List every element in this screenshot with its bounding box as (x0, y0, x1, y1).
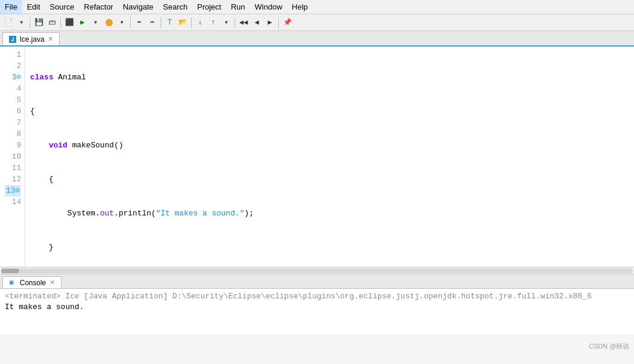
line-num-6: 6 (5, 106, 21, 117)
console-terminated-line: <terminated> Ice [Java Application] D:\S… (5, 291, 629, 302)
line-num-7: 7 (5, 117, 21, 128)
tab-bar: J Ice.java ✕ (0, 31, 634, 47)
code-line-2: { (30, 106, 634, 117)
menu-file[interactable]: File (0, 0, 22, 14)
back-button[interactable]: ◀ (251, 17, 263, 29)
menu-navigate[interactable]: Navigate (118, 0, 158, 14)
menu-help[interactable]: Help (287, 0, 313, 14)
line-numbers: 1 2 3⊖ 4 5 6 7 8 9 10 11 12 13⊖ 14 (0, 47, 25, 267)
java-file-icon: J (9, 36, 16, 43)
console-tab-label: Console (20, 279, 46, 287)
menu-refactor[interactable]: Refactor (79, 0, 118, 14)
save-all-button[interactable]: 🗃 (46, 17, 58, 29)
toolbar-separator-7 (278, 17, 279, 28)
new-button[interactable]: 📄 (2, 17, 14, 29)
code-line-4: { (30, 174, 634, 185)
menu-bar: File Edit Source Refactor Navigate Searc… (0, 0, 634, 14)
line-num-13: 13⊖ (5, 185, 21, 196)
prev-edit-button[interactable]: ⬅ (133, 17, 145, 29)
line-num-10: 10 (5, 151, 21, 162)
console-icon: ▣ (9, 279, 16, 286)
line-num-14: 14 (5, 196, 21, 208)
toolbar-separator-4 (161, 17, 161, 28)
menu-source[interactable]: Source (45, 0, 79, 14)
code-content[interactable]: class Animal { void makeSound() { System… (25, 47, 634, 267)
code-line-5: System.out.println("It makes a sound."); (30, 208, 634, 219)
coverage-dropdown[interactable]: ▾ (116, 17, 128, 29)
line-num-9: 9 (5, 140, 21, 151)
line-num-5: 5 (5, 94, 21, 106)
pin-editor-button[interactable]: 📌 (281, 17, 293, 29)
toolbar: 📄 ▾ 💾 🗃 ⬛ ▶ ▾ ⬤ ▾ ⬅ ➡ T 📂 ↓ ↑ ▾ ◀◀ ◀ ▶ 📌 (0, 14, 634, 31)
line-num-1: 1 (5, 49, 21, 60)
editor-hscroll[interactable] (0, 267, 634, 274)
code-line-6: } (30, 242, 634, 253)
open-type-button[interactable]: T (164, 17, 176, 29)
console-tab-bar: ▣ Console ✕ (0, 274, 634, 289)
line-num-3: 3⊖ (5, 72, 21, 83)
code-line-3: void makeSound() (30, 140, 634, 151)
hscroll-track[interactable] (1, 269, 633, 273)
menu-run[interactable]: Run (226, 0, 250, 14)
last-edit-button[interactable]: ◀◀ (238, 17, 250, 29)
line-num-2: 2 (5, 60, 21, 72)
run-dropdown[interactable]: ▾ (90, 17, 101, 29)
prev-annotation-button[interactable]: ↑ (207, 17, 219, 29)
open-resource-button[interactable]: 📂 (177, 17, 189, 29)
menu-window[interactable]: Window (250, 0, 287, 14)
menu-project[interactable]: Project (192, 0, 226, 14)
menu-edit[interactable]: Edit (22, 0, 45, 14)
code-line-1: class Animal (30, 72, 634, 83)
run-button[interactable]: ▶ (76, 17, 88, 29)
toolbar-separator (30, 17, 30, 28)
tab-close-button[interactable]: ✕ (48, 35, 53, 43)
editor-area: 1 2 3⊖ 4 5 6 7 8 9 10 11 12 13⊖ 14 class… (0, 47, 634, 267)
console-output-line: It makes a sound. (5, 302, 629, 313)
tab-label: Ice.java (20, 35, 44, 44)
next-edit-button[interactable]: ➡ (146, 17, 158, 29)
console-close-button[interactable]: ✕ (50, 279, 55, 286)
console-output: <terminated> Ice [Java Application] D:\S… (0, 289, 634, 334)
toolbar-separator-3 (130, 17, 131, 28)
annotation-dropdown[interactable]: ▾ (220, 17, 232, 29)
coverage-button[interactable]: ⬤ (103, 17, 115, 29)
save-button[interactable]: 💾 (33, 17, 45, 29)
line-num-11: 11 (5, 162, 21, 174)
hscroll-thumb[interactable] (1, 269, 19, 273)
next-annotation-button[interactable]: ↓ (194, 17, 206, 29)
toolbar-dropdown1[interactable]: ▾ (16, 17, 27, 29)
toolbar-separator-6 (235, 17, 235, 28)
bottom-panel: ▣ Console ✕ <terminated> Ice [Java Appli… (0, 274, 634, 334)
debug-button[interactable]: ⬛ (63, 17, 75, 29)
forward-button[interactable]: ▶ (264, 17, 276, 29)
toolbar-separator-5 (191, 17, 192, 28)
line-num-12: 12 (5, 174, 21, 185)
tab-ice-java[interactable]: J Ice.java ✕ (2, 32, 60, 45)
line-num-4: 4 (5, 83, 21, 94)
toolbar-separator-2 (60, 17, 61, 28)
menu-search[interactable]: Search (158, 0, 192, 14)
console-tab[interactable]: ▣ Console ✕ (2, 276, 61, 288)
line-num-8: 8 (5, 128, 21, 140)
